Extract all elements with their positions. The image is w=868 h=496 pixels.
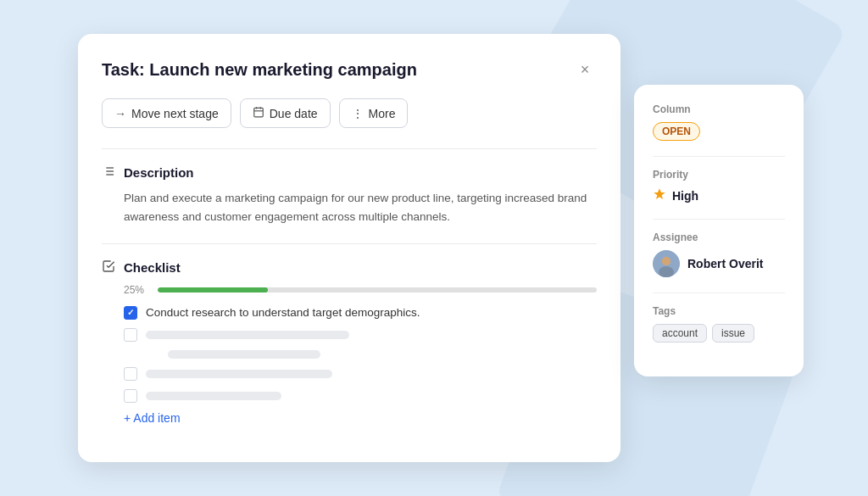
task-actions: → Move next stage Due date ⋮ More xyxy=(102,98,597,128)
description-header: Description xyxy=(102,164,597,181)
checklist-item-2 xyxy=(124,328,597,342)
task-card: Task: Launch new marketing campaign × → … xyxy=(78,34,620,461)
checklist-progress-row: 25% xyxy=(102,284,597,296)
calendar-icon xyxy=(253,106,264,120)
checklist-placeholder-2 xyxy=(146,331,349,339)
more-label: More xyxy=(369,107,396,120)
dots-icon: ⋮ xyxy=(352,107,364,120)
move-next-stage-button[interactable]: → Move next stage xyxy=(102,98,231,128)
arrow-right-icon: → xyxy=(114,107,126,120)
description-text: Plan and execute a marketing campaign fo… xyxy=(102,189,597,226)
checklist-item-2b xyxy=(124,350,597,359)
avatar xyxy=(653,250,680,277)
checklist-placeholder-4 xyxy=(146,392,281,400)
checklist-item-4 xyxy=(124,389,597,403)
checklist-title: Checklist xyxy=(124,260,181,275)
checklist-header: Checklist xyxy=(102,259,597,276)
side-divider-3 xyxy=(653,293,785,293)
due-date-button[interactable]: Due date xyxy=(240,98,331,128)
checklist-icon xyxy=(102,259,115,276)
svg-point-14 xyxy=(662,257,670,265)
side-divider-1 xyxy=(653,156,785,157)
column-label: Column xyxy=(653,103,785,115)
checklist-item-3 xyxy=(124,367,597,381)
priority-section: Priority High xyxy=(653,169,785,203)
tag-account[interactable]: account xyxy=(653,324,707,343)
assignee-row: Robert Overit xyxy=(653,250,785,277)
checklist-section: Checklist 25% Conduct research to unders… xyxy=(102,259,597,425)
checkbox-2[interactable] xyxy=(124,328,137,342)
tags-label: Tags xyxy=(653,305,785,317)
header-divider xyxy=(102,148,597,149)
svg-rect-0 xyxy=(253,109,263,117)
task-title: Task: Launch new marketing campaign xyxy=(102,60,417,80)
column-open-badge: OPEN xyxy=(653,122,700,141)
checkbox-1[interactable] xyxy=(124,306,137,320)
column-section: Column OPEN xyxy=(653,103,785,141)
checklist-item-1-text: Conduct research to understand target de… xyxy=(146,306,420,319)
description-title: Description xyxy=(124,165,194,180)
assignee-label: Assignee xyxy=(653,231,785,243)
tags-section: Tags account issue xyxy=(653,305,785,343)
move-next-stage-label: Move next stage xyxy=(131,107,219,120)
tags-row: account issue xyxy=(653,324,785,343)
modal-container: Task: Launch new marketing campaign × → … xyxy=(78,34,790,461)
task-header: Task: Launch new marketing campaign × xyxy=(102,58,597,81)
priority-label: Priority xyxy=(653,169,785,181)
tag-issue[interactable]: issue xyxy=(712,324,754,343)
close-button[interactable]: × xyxy=(573,58,597,81)
more-button[interactable]: ⋮ More xyxy=(339,98,409,128)
checkbox-3[interactable] xyxy=(124,367,137,381)
priority-row: High xyxy=(653,187,785,203)
priority-icon xyxy=(653,187,666,203)
checklist-items: Conduct research to understand target de… xyxy=(102,306,597,403)
add-item-button[interactable]: + Add item xyxy=(102,411,181,425)
progress-label: 25% xyxy=(124,284,149,296)
priority-value: High xyxy=(672,189,698,203)
checklist-placeholder-3 xyxy=(146,370,332,378)
checkbox-4[interactable] xyxy=(124,389,137,403)
due-date-label: Due date xyxy=(270,107,318,120)
description-divider xyxy=(102,243,597,244)
progress-bar-fill xyxy=(158,287,268,293)
checklist-placeholder-2b xyxy=(168,350,320,359)
side-divider-2 xyxy=(653,219,785,220)
progress-bar-background xyxy=(158,287,597,293)
svg-marker-10 xyxy=(654,189,665,200)
add-item-label: + Add item xyxy=(124,411,181,425)
side-panel: Column OPEN Priority High Assignee xyxy=(634,85,804,376)
list-icon xyxy=(102,164,115,181)
assignee-name: Robert Overit xyxy=(687,257,763,270)
checklist-item-1: Conduct research to understand target de… xyxy=(124,306,597,320)
assignee-section: Assignee Robert Overit xyxy=(653,231,785,277)
description-section: Description Plan and execute a marketing… xyxy=(102,164,597,226)
close-icon: × xyxy=(581,61,590,79)
